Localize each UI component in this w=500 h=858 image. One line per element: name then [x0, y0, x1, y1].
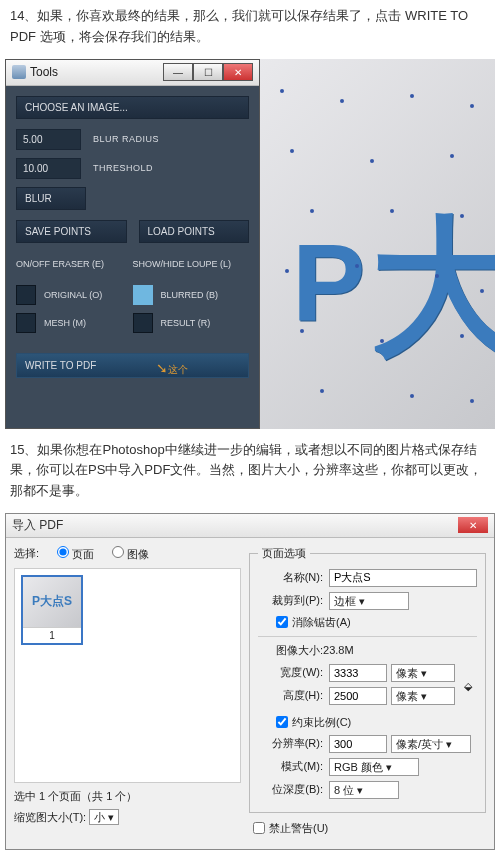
choose-image-button[interactable]: CHOOSE AN IMAGE...: [16, 96, 249, 119]
eraser-toggle[interactable]: ON/OFF ERASER (E): [16, 255, 133, 273]
antialias-checkbox[interactable]: [276, 616, 288, 628]
dialog-close-button[interactable]: ✕: [458, 517, 488, 533]
step14-text: 14、如果，你喜欢最终的结果，那么，我们就可以保存结果了，点击 WRITE TO…: [0, 0, 500, 54]
original-label: ORIGINAL (O): [44, 290, 133, 300]
name-label: 名称(N):: [258, 570, 323, 585]
thumbnail-page-number: 1: [23, 627, 81, 643]
crop-select[interactable]: 边框 ▾: [329, 592, 409, 610]
blurred-label: BLURRED (B): [161, 290, 250, 300]
page-radio[interactable]: 页面: [57, 546, 94, 562]
image-size-label: 图像大小:23.8M: [276, 643, 477, 658]
width-label: 宽度(W):: [258, 665, 323, 680]
selection-count: 选中 1 个页面（共 1 个）: [14, 789, 241, 804]
thumbnail-preview: P大点S: [23, 577, 81, 627]
crop-label: 裁剪到(P):: [258, 593, 323, 608]
dialog-titlebar: 导入 PDF ✕: [6, 514, 494, 538]
window-title: Tools: [30, 65, 58, 79]
maximize-button[interactable]: ☐: [193, 63, 223, 81]
result-swatch[interactable]: [133, 313, 153, 333]
blur-button[interactable]: BLUR: [16, 187, 86, 210]
name-input[interactable]: [329, 569, 477, 587]
close-button[interactable]: ✕: [223, 63, 253, 81]
anchor-points-overlay: [260, 59, 495, 429]
annotation-arrow: ➘这个: [156, 360, 188, 377]
constrain-label: 约束比例(C): [292, 715, 351, 730]
thumbnail-area[interactable]: P大点S 1: [14, 568, 241, 783]
step15-text: 15、如果你想在Photoshop中继续进一步的编辑，或者想以不同的图片格式保存…: [0, 434, 500, 508]
height-label: 高度(H):: [258, 688, 323, 703]
antialias-label: 消除锯齿(A): [292, 615, 351, 630]
tools-window: Tools — ☐ ✕ CHOOSE AN IMAGE... 5.00 BLUR…: [5, 59, 260, 429]
link-icon[interactable]: ⬙: [459, 664, 477, 710]
write-to-pdf-button[interactable]: WRITE TO PDF ➘这个: [16, 353, 249, 378]
resolution-label: 分辨率(R):: [258, 736, 323, 751]
constrain-checkbox[interactable]: [276, 716, 288, 728]
mode-label: 模式(M):: [258, 759, 323, 774]
java-icon: [12, 65, 26, 79]
result-label: RESULT (R): [161, 318, 250, 328]
threshold-label: THRESHOLD: [93, 163, 153, 173]
suppress-warnings-checkbox[interactable]: [253, 822, 265, 834]
select-label: 选择:: [14, 546, 39, 561]
height-unit-select[interactable]: 像素 ▾: [391, 687, 455, 705]
height-input[interactable]: [329, 687, 387, 705]
original-swatch[interactable]: [16, 285, 36, 305]
mode-select[interactable]: RGB 颜色 ▾: [329, 758, 419, 776]
dialog-title: 导入 PDF: [12, 517, 63, 534]
titlebar: Tools — ☐ ✕: [6, 60, 259, 86]
write-to-pdf-label: WRITE TO PDF: [25, 360, 96, 371]
resolution-input[interactable]: [329, 735, 387, 753]
minimize-button[interactable]: —: [163, 63, 193, 81]
import-pdf-dialog: 导入 PDF ✕ 选择: 页面 图像 P大点S 1 选中 1 个页面（共 1 个…: [5, 513, 495, 850]
pdf-thumbnail[interactable]: P大点S 1: [21, 575, 83, 645]
mesh-swatch[interactable]: [16, 313, 36, 333]
width-input[interactable]: [329, 664, 387, 682]
load-points-button[interactable]: LOAD POINTS: [139, 220, 250, 243]
preview-canvas: P 大: [260, 59, 495, 429]
figure-row-1: Tools — ☐ ✕ CHOOSE AN IMAGE... 5.00 BLUR…: [5, 59, 495, 429]
save-points-button[interactable]: SAVE POINTS: [16, 220, 127, 243]
suppress-warnings-label: 禁止警告(U): [269, 821, 328, 836]
blurred-swatch[interactable]: [133, 285, 153, 305]
mesh-label: MESH (M): [44, 318, 133, 328]
threshold-input[interactable]: 10.00: [16, 158, 81, 179]
page-options-legend: 页面选项: [258, 546, 310, 561]
depth-label: 位深度(B):: [258, 782, 323, 797]
depth-select[interactable]: 8 位 ▾: [329, 781, 399, 799]
resolution-unit-select[interactable]: 像素/英寸 ▾: [391, 735, 471, 753]
thumb-size-label: 缩览图大小(T):: [14, 811, 86, 823]
blur-radius-label: BLUR RADIUS: [93, 134, 159, 144]
thumb-size-select[interactable]: 小 ▾: [89, 809, 119, 825]
loupe-toggle[interactable]: SHOW/HIDE LOUPE (L): [133, 255, 250, 273]
width-unit-select[interactable]: 像素 ▾: [391, 664, 455, 682]
blur-radius-input[interactable]: 5.00: [16, 129, 81, 150]
image-radio[interactable]: 图像: [112, 546, 149, 562]
page-options-fieldset: 页面选项 名称(N): 裁剪到(P): 边框 ▾ 消除锯齿(A) 图像大小:23…: [249, 546, 486, 813]
